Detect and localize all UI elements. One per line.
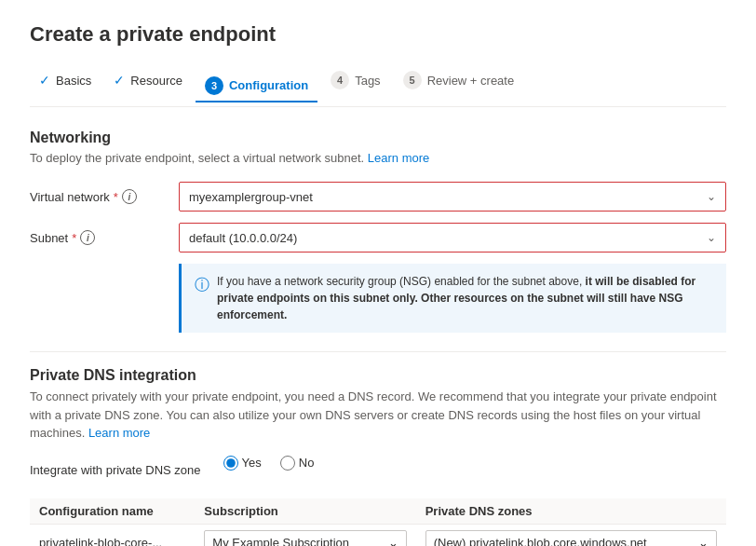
step-tags[interactable]: 4 Tags [321, 65, 389, 95]
info-icon-subnet[interactable]: i [80, 230, 95, 245]
dns-learn-more[interactable]: Learn more [88, 426, 150, 440]
subnet-row: Subnet * i default (10.0.0.0/24) ⌄ [30, 223, 726, 253]
dns-section: Private DNS integration To connect priva… [30, 367, 726, 546]
col-header-subscription: Subscription [195, 498, 415, 525]
virtual-network-row: Virtual network * i myexamplergroup-vnet… [30, 182, 726, 212]
required-asterisk-vnet: * [114, 190, 118, 204]
step-resource-label: Resource [130, 74, 182, 88]
step-configuration[interactable]: 3 Configuration [196, 71, 317, 102]
chevron-down-icon-subnet: ⌄ [707, 231, 716, 244]
step-number-review: 5 [403, 71, 422, 89]
virtual-network-dropdown[interactable]: myexamplergroup-vnet ⌄ [179, 182, 726, 212]
info-icon-vnet[interactable]: i [122, 189, 137, 204]
dns-section-title: Private DNS integration [30, 367, 726, 384]
virtual-network-value: myexamplergroup-vnet [189, 190, 313, 204]
dns-description: To connect privately with your private e… [30, 388, 726, 443]
subnet-dropdown[interactable]: default (10.0.0.0/24) ⌄ [179, 223, 726, 253]
chevron-down-icon-subscription: ⌄ [388, 536, 398, 546]
chevron-down-icon-vnet: ⌄ [707, 190, 716, 203]
radio-yes-label: Yes [242, 456, 262, 470]
chevron-down-icon-dns-zone: ⌄ [698, 536, 709, 546]
step-basics[interactable]: ✓ Basics [30, 67, 101, 93]
radio-no-label: No [299, 456, 315, 470]
check-icon-resource: ✓ [114, 73, 125, 88]
table-row: privatelink-blob-core-... My Example Sub… [30, 524, 726, 546]
subscription-value: My Example Subscription [212, 536, 349, 546]
radio-yes[interactable] [223, 456, 238, 471]
col-header-config-name: Configuration name [30, 498, 195, 525]
nsg-info-box: ⓘ If you have a network security group (… [179, 264, 726, 333]
step-basics-label: Basics [56, 74, 91, 88]
section-divider [30, 351, 726, 352]
col-header-dns-zones: Private DNS zones [416, 498, 726, 525]
step-tags-label: Tags [355, 74, 380, 88]
subnet-label: Subnet * i [30, 230, 179, 245]
networking-description: To deploy the private endpoint, select a… [30, 150, 726, 167]
radio-no-group: No [280, 456, 315, 471]
step-review-label: Review + create [427, 74, 515, 88]
radio-group: Yes No [223, 456, 315, 471]
integrate-dns-row: Integrate with private DNS zone Yes No [30, 456, 726, 485]
step-review[interactable]: 5 Review + create [394, 65, 524, 95]
radio-yes-group: Yes [223, 456, 262, 471]
networking-title: Networking [30, 130, 726, 146]
nsg-info-text: If you have a network security group (NS… [217, 273, 713, 323]
step-resource[interactable]: ✓ Resource [104, 67, 192, 93]
networking-learn-more[interactable]: Learn more [368, 151, 429, 165]
check-icon-basics: ✓ [39, 73, 50, 88]
subscription-dropdown[interactable]: My Example Subscription ⌄ [204, 530, 406, 546]
subscription-cell: My Example Subscription ⌄ [195, 524, 415, 546]
required-asterisk-subnet: * [72, 231, 76, 245]
dns-table: Configuration name Subscription Private … [30, 498, 726, 546]
virtual-network-label: Virtual network * i [30, 189, 179, 204]
subnet-value: default (10.0.0.0/24) [189, 231, 297, 245]
step-configuration-label: Configuration [229, 78, 308, 92]
dns-zone-cell: (New) privatelink.blob.core.windows.net … [416, 524, 726, 546]
step-number-configuration: 3 [205, 76, 223, 95]
page-title: Create a private endpoint [30, 22, 726, 47]
radio-no[interactable] [280, 456, 295, 471]
step-number-tags: 4 [331, 71, 349, 89]
info-circle-icon: ⓘ [195, 274, 209, 323]
networking-section: Networking To deploy the private endpoin… [30, 130, 726, 333]
config-name-cell: privatelink-blob-core-... [30, 524, 195, 546]
integrate-dns-label: Integrate with private DNS zone [30, 463, 201, 477]
wizard-steps: ✓ Basics ✓ Resource 3 Configuration 4 Ta… [30, 65, 726, 107]
dns-zone-value: (New) privatelink.blob.core.windows.net [434, 536, 647, 546]
dns-zone-dropdown[interactable]: (New) privatelink.blob.core.windows.net … [425, 530, 717, 546]
